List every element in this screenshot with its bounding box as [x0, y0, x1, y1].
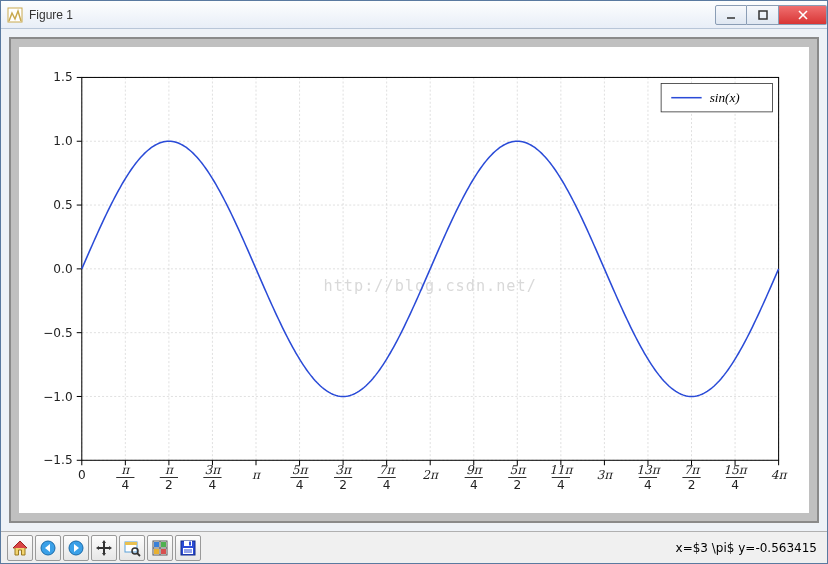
svg-text:4: 4 [209, 478, 217, 492]
svg-text:4: 4 [383, 478, 391, 492]
svg-text:http://blog.csdn.net/: http://blog.csdn.net/ [324, 277, 537, 295]
svg-text:0.5: 0.5 [53, 198, 72, 212]
svg-text:−1.5: −1.5 [43, 453, 72, 467]
svg-text:11π: 11π [549, 463, 574, 477]
svg-text:3π: 3π [597, 468, 615, 482]
svg-text:4: 4 [121, 478, 129, 492]
svg-rect-115 [161, 542, 166, 547]
svg-text:1.0: 1.0 [53, 134, 72, 148]
svg-text:0: 0 [78, 468, 86, 482]
subplots-button[interactable] [147, 535, 173, 561]
close-button[interactable] [779, 5, 827, 25]
plot-svg: −1.5−1.0−0.50.00.51.01.50π4π23π4π5π43π27… [19, 47, 809, 513]
svg-text:π: π [165, 463, 175, 477]
minimize-button[interactable] [715, 5, 747, 25]
svg-rect-117 [161, 549, 166, 554]
svg-text:4: 4 [296, 478, 304, 492]
svg-text:2: 2 [513, 478, 521, 492]
pan-button[interactable] [91, 535, 117, 561]
forward-button[interactable] [63, 535, 89, 561]
figure-window: Figure 1 −1.5−1.0−0.50.00.51.01.50π4π23π… [0, 0, 828, 564]
svg-text:4: 4 [644, 478, 652, 492]
plot-canvas[interactable]: −1.5−1.0−0.50.00.51.01.50π4π23π4π5π43π27… [19, 47, 809, 513]
maximize-button[interactable] [747, 5, 779, 25]
svg-rect-121 [183, 548, 193, 554]
svg-text:13π: 13π [636, 463, 661, 477]
svg-text:0.0: 0.0 [53, 262, 72, 276]
home-button[interactable] [7, 535, 33, 561]
svg-text:3π: 3π [335, 463, 353, 477]
svg-text:π: π [252, 468, 262, 482]
zoom-button[interactable] [119, 535, 145, 561]
svg-rect-120 [189, 541, 191, 545]
svg-text:2: 2 [165, 478, 173, 492]
svg-text:3π: 3π [205, 463, 223, 477]
window-controls [715, 5, 827, 25]
window-title: Figure 1 [29, 8, 73, 22]
svg-text:sin(x): sin(x) [710, 90, 740, 105]
svg-text:2: 2 [339, 478, 347, 492]
svg-text:7π: 7π [379, 463, 397, 477]
toolbar: x=$3 \pi$ y=-0.563415 [1, 531, 827, 563]
svg-text:4π: 4π [771, 468, 789, 482]
svg-rect-116 [154, 549, 159, 554]
svg-text:7π: 7π [684, 463, 702, 477]
svg-rect-2 [759, 11, 767, 19]
svg-line-110 [137, 553, 140, 556]
svg-text:5π: 5π [509, 463, 527, 477]
title-bar[interactable]: Figure 1 [1, 1, 827, 29]
svg-text:9π: 9π [466, 463, 484, 477]
app-icon [7, 7, 23, 23]
svg-text:1.5: 1.5 [53, 70, 72, 84]
svg-text:−0.5: −0.5 [43, 326, 72, 340]
cursor-status: x=$3 \pi$ y=-0.563415 [676, 541, 821, 555]
svg-text:2: 2 [688, 478, 696, 492]
save-button[interactable] [175, 535, 201, 561]
back-button[interactable] [35, 535, 61, 561]
svg-rect-114 [154, 542, 159, 547]
svg-text:−1.0: −1.0 [43, 390, 72, 404]
svg-text:4: 4 [470, 478, 478, 492]
svg-text:π: π [121, 463, 131, 477]
svg-text:4: 4 [557, 478, 565, 492]
svg-text:15π: 15π [723, 463, 748, 477]
svg-text:5π: 5π [292, 463, 310, 477]
svg-text:4: 4 [731, 478, 739, 492]
canvas-frame: −1.5−1.0−0.50.00.51.01.50π4π23π4π5π43π27… [9, 37, 819, 523]
svg-text:2π: 2π [422, 468, 440, 482]
